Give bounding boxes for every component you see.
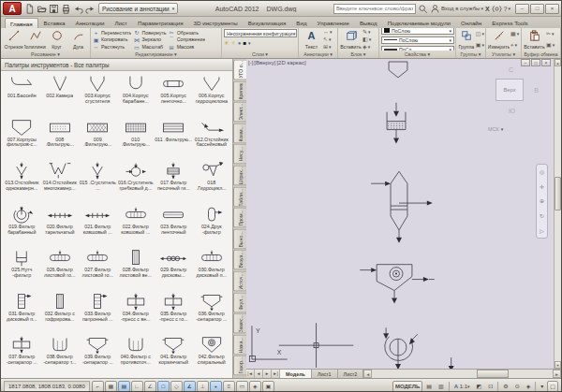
copy-button[interactable]: ▣Копировать [93, 36, 131, 44]
quick-properties-toggle[interactable]: ◈ [249, 381, 261, 392]
palette-item[interactable]: 012.Отстойник бассейновый [193, 116, 231, 160]
palette-tab-2[interactable]: Крепеж [233, 81, 246, 102]
otrack-toggle[interactable]: ∡ [184, 381, 196, 392]
viewport-menu[interactable]: [-] [248, 60, 253, 65]
exchange-apps-button[interactable]: X [485, 6, 490, 12]
fillet-button[interactable]: ⌒Сопряжение [169, 36, 206, 44]
doc-close-button[interactable]: × [541, 59, 551, 66]
signin-button[interactable]: Вход в службы ▾ [430, 4, 483, 14]
infer-constraints-toggle[interactable]: ⌐ [92, 381, 104, 392]
tab-model[interactable]: Модель [280, 370, 312, 378]
annotation-visibility-button[interactable]: ◩ [474, 381, 485, 392]
ortho-toggle[interactable]: ∟ [131, 381, 143, 392]
quick-calc-button[interactable]: ▦▾ [510, 31, 519, 37]
palette-tab-12[interactable]: Фкул... [233, 293, 246, 313]
id-point-button[interactable]: ⌖▾ [510, 42, 519, 49]
ribbon-tab-4[interactable]: Лист [111, 18, 132, 28]
palette-item[interactable]: 003.Корпус сгустителя [79, 72, 117, 116]
model-space-button[interactable]: ▤ [423, 381, 435, 392]
symbol-housing-top[interactable] [389, 62, 407, 78]
viewcube-north[interactable]: С [509, 66, 513, 73]
drawing-canvas[interactable]: [-] [Вверху] [2D каркас] – □ × [246, 59, 554, 369]
palette-tab-7[interactable]: Табли... [233, 187, 246, 208]
palette-item[interactable]: 008 .Фильтрую... [41, 116, 80, 160]
palette-item[interactable]: 001.Бассейн [3, 72, 41, 116]
doc-restore-button[interactable]: □ [531, 59, 540, 66]
palette-item[interactable]: 028.Фильтр листовой ве... [117, 246, 155, 290]
communication-center-button[interactable] [492, 4, 502, 14]
palette-item[interactable]: 032.Фильтр с гофрирова... [41, 290, 80, 334]
line-button[interactable]: Отрезок [3, 29, 24, 51]
polyline-button[interactable]: Полилиния [24, 29, 46, 51]
block-create-button[interactable]: ◧▾ [362, 36, 371, 43]
symbol-stray-arrow[interactable] [449, 357, 454, 369]
panel-groups-label[interactable]: Группы ▾ [456, 51, 485, 58]
scroll-left-arrow[interactable]: ◄ [363, 370, 372, 378]
palette-item[interactable]: 010 .Фильтрую... [117, 116, 155, 160]
layer-color-swatch[interactable]: ■ [243, 40, 246, 46]
palette-tab-4[interactable]: Комм... [233, 123, 246, 144]
palette-item[interactable]: 042.Фильтр спиральный [193, 333, 231, 377]
arc-button[interactable]: Дуга [67, 29, 89, 51]
table-button[interactable]: ⊞▾ [323, 44, 333, 51]
group-edit-button[interactable]: ▣▾ [476, 42, 484, 49]
palette-item[interactable]: 025.Нутч -фильтр [3, 246, 41, 290]
palette-item[interactable]: 030.Фильтр дисковый п... [193, 246, 231, 290]
dimension-button[interactable]: ↔▾ [323, 29, 333, 36]
ribbon-tab-6[interactable]: 3D инструменты [189, 18, 243, 28]
block-edit-button[interactable]: ✎▾ [362, 29, 371, 36]
application-menu-button[interactable]: A [3, 2, 22, 15]
grid-toggle[interactable]: ▤ [118, 381, 130, 392]
palette-tab-1[interactable]: УГО о... [233, 60, 246, 80]
scroll-down-arrow[interactable]: ▼ [555, 361, 561, 369]
palette-tab-11[interactable]: Источ... [233, 271, 246, 292]
tab-layout1[interactable]: Лист1 [312, 370, 338, 378]
palette-item[interactable]: 004.Корпус барабанн... [117, 72, 155, 116]
polar-toggle[interactable]: ∠ [144, 381, 156, 392]
trim-button[interactable]: ✂Обрезать [169, 29, 206, 36]
help-button[interactable]: ? ▾ [504, 6, 510, 12]
viewcube-south[interactable]: Ю [509, 108, 515, 114]
tpy-toggle[interactable]: ▭ [236, 381, 248, 392]
qat-plot-button[interactable] [60, 3, 72, 15]
ribbon-tab-1[interactable]: Главная [5, 18, 38, 28]
palette-item[interactable]: 026.Фильтр листовой го... [41, 246, 80, 290]
palette-item[interactable]: 035.Фильтр -пресс с го... [155, 290, 193, 334]
tab-layout2[interactable]: Лист2 [338, 370, 364, 378]
model-space-button[interactable]: МОДЕЛЬ [392, 381, 422, 392]
qat-new-button[interactable] [23, 3, 36, 15]
palette-item[interactable]: 036.Фильтр -сепаратор ... [193, 290, 231, 334]
maximize-button[interactable]: □ [530, 4, 544, 14]
palette-item[interactable]: 024.Друк -фильтр [193, 203, 231, 247]
qat-open-button[interactable] [36, 3, 48, 15]
scrollbar-thumb[interactable] [477, 370, 509, 378]
leader-button[interactable]: ↖▾ [323, 36, 333, 43]
quick-view-layouts-button[interactable]: ▥ [436, 381, 447, 392]
ucs-icon[interactable]: Y X [249, 326, 287, 361]
scroll-right-arrow[interactable]: ► [553, 370, 561, 378]
close-button[interactable]: × [545, 4, 559, 14]
palette-item[interactable]: 033.Фильтр патронный ... [79, 290, 117, 334]
hardware-accel-button[interactable]: ◈ [524, 381, 534, 392]
palette-tab-5[interactable]: Несу... [233, 144, 246, 165]
viewcube[interactable]: С Верх В Ю МСК ▾ [486, 66, 540, 160]
layout-nav-2[interactable]: ◄ [255, 370, 263, 378]
selection-cycling-toggle[interactable]: ▣ [262, 381, 274, 392]
move-button[interactable]: +Переместить [93, 29, 131, 36]
status-menu-caret-button[interactable]: ▾ [538, 381, 546, 392]
snap-toggle[interactable]: ▦ [105, 381, 117, 392]
ribbon-tab-8[interactable]: Вид [291, 18, 311, 28]
palette-item[interactable]: 013.Отстойник однокамерн... [3, 159, 41, 203]
panel-block-label[interactable]: Блок ▾ [338, 51, 378, 58]
palette-item[interactable]: 038.Фильтр -сепаратор т... [41, 333, 80, 377]
ribbon-tab-9[interactable]: Управление [313, 18, 354, 28]
zoom-button[interactable]: ⊕ [540, 197, 544, 204]
palette-item[interactable]: 041.Фильтр корзинчатый [155, 333, 193, 377]
insert-block-button[interactable]: Вставить [340, 29, 362, 51]
layout-nav-4[interactable]: ►| [272, 370, 280, 378]
panel-draw-label[interactable]: Рисование ▾ [1, 51, 90, 58]
panel-modify-label[interactable]: Редактирование ▾ [91, 51, 221, 58]
workspace-switching-button[interactable]: ⚙ [500, 381, 510, 392]
ribbon-tab-12[interactable]: Онлайн [456, 18, 486, 28]
palette-item[interactable]: 020.Фильтр тарельчатый [41, 203, 80, 247]
